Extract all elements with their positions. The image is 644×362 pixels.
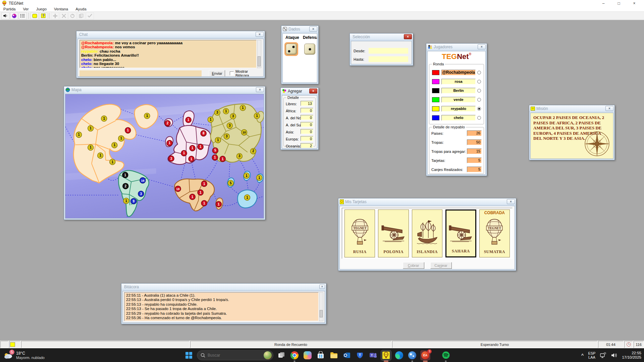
selection-titlebar[interactable]: Selección × [350, 34, 413, 40]
spotify-icon[interactable] [441, 350, 451, 360]
troop-marker[interactable]: 1 [220, 156, 225, 162]
troop-marker[interactable]: 1 [88, 125, 94, 131]
cards-close-icon[interactable]: × [507, 199, 515, 204]
player-radio[interactable] [477, 80, 481, 83]
troop-marker[interactable]: 1 [256, 175, 262, 181]
cards-toolbar-button[interactable] [77, 12, 85, 19]
player-radio[interactable] [477, 116, 481, 120]
network-icon[interactable] [600, 352, 606, 358]
troop-marker[interactable]: 3 [227, 123, 232, 128]
troop-marker[interactable]: 3 [236, 153, 242, 159]
cards-titlebar[interactable]: Mis Tarjetas × [338, 198, 516, 205]
troop-marker[interactable]: 1 [181, 150, 187, 156]
troop-marker[interactable]: 2 [165, 120, 170, 126]
regroup-toolbar-button[interactable] [68, 12, 76, 19]
player-radio[interactable] [477, 71, 481, 74]
chat-toolbar-button[interactable] [31, 12, 39, 19]
send-button[interactable]: Enviar [209, 70, 225, 77]
collect-button[interactable]: Cobrar [403, 262, 424, 269]
players-titlebar[interactable]: Jugadores × [426, 44, 487, 50]
troop-marker[interactable]: 1 [201, 200, 207, 206]
troop-marker[interactable]: 1 [118, 135, 124, 141]
mission-titlebar[interactable]: Misión × [529, 105, 614, 112]
troop-marker[interactable]: 1 [212, 155, 218, 160]
country-card-islandia[interactable]: ISLANDIA [412, 209, 442, 257]
edge-icon[interactable] [394, 350, 404, 360]
troop-marker[interactable]: 10 [241, 129, 247, 135]
player-radio[interactable] [477, 98, 481, 102]
troop-marker[interactable]: 8 [201, 130, 206, 136]
troop-marker[interactable]: 1 [98, 153, 103, 158]
troop-marker[interactable]: 1 [201, 181, 207, 187]
menu-ayuda[interactable]: Ayuda [75, 7, 86, 11]
start-button[interactable] [184, 350, 194, 360]
maximize-button[interactable]: □ [611, 0, 627, 7]
troop-marker[interactable]: 2 [123, 183, 128, 189]
troop-marker[interactable]: 1 [122, 172, 128, 178]
ms-store-icon[interactable] [316, 350, 326, 360]
troop-marker[interactable]: 1 [189, 156, 194, 162]
player-radio[interactable] [477, 107, 481, 111]
troop-marker[interactable]: 1 [123, 198, 129, 204]
mission-close-icon[interactable]: × [605, 106, 613, 111]
troop-marker[interactable]: 1 [223, 108, 229, 114]
troop-marker[interactable]: 1 [198, 190, 203, 195]
map-titlebar[interactable]: Mapa × [64, 86, 265, 93]
volume-icon[interactable] [611, 352, 618, 358]
tegnet-taskbar-icon[interactable] [381, 350, 391, 360]
dice-close-icon[interactable]: × [309, 26, 317, 32]
tray-chevron-icon[interactable]: ^ [581, 353, 584, 358]
blue-sphere-app-icon[interactable] [407, 350, 417, 360]
troop-marker[interactable]: 1 [244, 195, 250, 200]
menu-juego[interactable]: Juego [36, 7, 47, 11]
chat-scrollbar[interactable] [257, 40, 261, 68]
troop-marker[interactable]: 16 [140, 178, 146, 183]
chat-close-icon[interactable]: × [256, 32, 264, 37]
log-close-icon[interactable]: × [319, 285, 325, 289]
attack-toolbar-button[interactable] [60, 12, 68, 19]
teams-purple-icon[interactable]: T [368, 350, 378, 360]
defense-die[interactable] [304, 44, 315, 55]
troop-marker[interactable]: 1 [240, 105, 246, 111]
selection-close-icon[interactable]: × [404, 34, 412, 39]
players-close-icon[interactable]: × [478, 44, 486, 49]
list-toolbar-button[interactable] [19, 12, 27, 19]
troop-marker[interactable]: 3 [168, 156, 174, 161]
troop-marker[interactable]: 1 [244, 173, 249, 179]
log-scrollbar[interactable] [319, 292, 323, 321]
to-input[interactable] [369, 56, 408, 62]
troop-marker[interactable]: 1 [216, 201, 221, 207]
troop-marker[interactable]: 1 [190, 145, 195, 151]
connect-toolbar-button[interactable] [10, 12, 18, 19]
troop-marker[interactable]: 3 [214, 110, 220, 115]
country-card-polonia[interactable]: POLONIA [378, 209, 409, 257]
attack-die[interactable] [284, 42, 298, 56]
chat-titlebar[interactable]: Chat × [76, 31, 265, 38]
troop-marker[interactable]: 1 [88, 144, 94, 150]
sound-toolbar-button[interactable] [1, 12, 9, 19]
world-map[interactable]: 1111111111218111131311311310312351111623… [65, 94, 264, 219]
player-radio[interactable] [477, 89, 481, 93]
weather-widget[interactable]: 5 18°C Mayorm. nublado [3, 351, 45, 360]
troop-marker[interactable]: 1 [198, 144, 203, 149]
troop-marker[interactable]: 1 [144, 113, 150, 119]
taskbar-search[interactable] [197, 350, 273, 360]
menu-ventana[interactable]: Ventana [54, 7, 68, 11]
troop-marker[interactable]: 1 [208, 117, 213, 122]
menu-ver[interactable]: Ver [23, 7, 29, 11]
minimize-button[interactable]: – [596, 0, 611, 7]
outlook-icon[interactable] [342, 350, 352, 360]
chrome-icon[interactable] [289, 350, 300, 360]
file-explorer-icon[interactable] [329, 350, 339, 360]
troop-marker[interactable]: 3 [224, 133, 229, 139]
tray-clock[interactable]: 22:5517/10/2025 [622, 351, 641, 360]
troop-marker[interactable]: 1 [215, 137, 221, 143]
country-card-sahara[interactable]: SAHARA [445, 209, 476, 257]
language-indicator[interactable]: ESPLAA [588, 351, 595, 359]
troop-marker[interactable]: 5 [228, 180, 233, 186]
troop-marker[interactable]: 3 [230, 113, 236, 119]
close-button[interactable]: × [627, 0, 642, 7]
exchange-button[interactable]: Canjear [430, 262, 452, 269]
dice-titlebar[interactable]: Dados × [281, 26, 318, 33]
troop-marker[interactable]: 1 [167, 140, 172, 146]
